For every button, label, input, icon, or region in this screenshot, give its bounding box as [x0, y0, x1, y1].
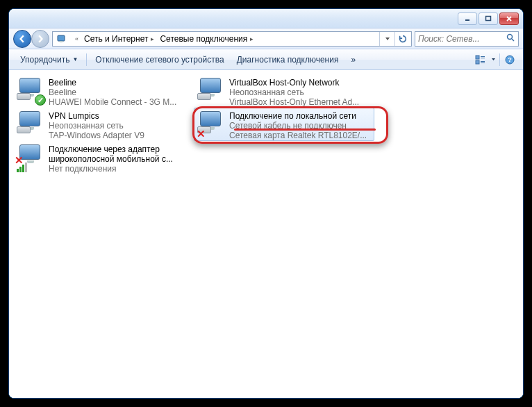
- connection-icon: ✕: [197, 110, 225, 138]
- location-icon: [56, 33, 68, 45]
- status-error-icon: ✕: [196, 129, 206, 139]
- signal-bars-icon: [17, 163, 27, 172]
- connection-name: VPN Lumpics: [49, 111, 190, 121]
- svg-rect-12: [481, 61, 485, 62]
- connection-name: Подключение по локальной сети: [229, 111, 371, 121]
- connection-item-selected[interactable]: ✕ Подключение по локальной сети Сетевой …: [194, 108, 374, 141]
- breadcrumb-label: Сеть и Интернет: [84, 34, 148, 44]
- svg-rect-13: [481, 63, 485, 63]
- svg-rect-4: [58, 35, 65, 41]
- connection-item[interactable]: ✓ Beeline Beeline HUAWEI Mobile Connect …: [13, 74, 194, 108]
- more-button[interactable]: »: [345, 53, 361, 67]
- connection-icon: ✓: [17, 76, 44, 104]
- svg-rect-9: [481, 56, 485, 57]
- address-bar: « Сеть и Интернет▸ Сетевые подключения▸: [9, 28, 523, 49]
- search-box[interactable]: [415, 31, 519, 47]
- separator: [499, 53, 500, 66]
- connection-icon: ✕: [17, 143, 44, 171]
- toolbar: Упорядочить▼ Отключение сетевого устройс…: [9, 49, 523, 70]
- connection-device: VirtualBox Host-Only Ethernet Ad...: [229, 97, 371, 107]
- search-icon: [506, 33, 515, 44]
- connection-text: Подключение по локальной сети Сетевой ка…: [229, 110, 371, 140]
- window-frame: « Сеть и Интернет▸ Сетевые подключения▸ …: [8, 8, 524, 399]
- connection-status: Beeline: [49, 88, 190, 97]
- view-button[interactable]: [473, 52, 488, 67]
- nav-buttons: [13, 30, 49, 48]
- connection-name: Подключение через адаптер широкополосной…: [49, 144, 190, 164]
- forward-button[interactable]: [31, 30, 49, 48]
- back-button[interactable]: [13, 30, 31, 48]
- disable-device-button[interactable]: Отключение сетевого устройства: [90, 53, 229, 67]
- connection-device: Сетевая карта Realtek RTL8102E/...: [229, 131, 371, 140]
- breadcrumb-item[interactable]: Сетевые подключения▸: [157, 32, 256, 46]
- connection-status: Неопознанная сеть: [49, 121, 190, 131]
- more-label: »: [351, 55, 356, 65]
- search-input[interactable]: [418, 34, 505, 44]
- disable-label: Отключение сетевого устройства: [95, 55, 224, 65]
- connection-text: VirtualBox Host-Only Network Неопознанна…: [229, 76, 371, 107]
- breadcrumb-item[interactable]: Сеть и Интернет▸: [81, 32, 157, 46]
- help-button[interactable]: ?: [502, 52, 517, 67]
- diagnose-button[interactable]: Диагностика подключения: [231, 53, 344, 67]
- diagnose-label: Диагностика подключения: [237, 55, 339, 65]
- refresh-button[interactable]: [394, 32, 410, 46]
- connection-status: Неопознанная сеть: [229, 88, 371, 97]
- svg-point-6: [508, 34, 513, 39]
- content-area: ✓ Beeline Beeline HUAWEI Mobile Connect …: [9, 70, 523, 398]
- connection-device: HUAWEI Mobile Connect - 3G M...: [49, 97, 190, 107]
- connections-list: ✓ Beeline Beeline HUAWEI Mobile Connect …: [13, 74, 519, 174]
- minimize-button[interactable]: [458, 13, 477, 25]
- connection-item[interactable]: VPN Lumpics Неопознанная сеть TAP-Window…: [13, 108, 194, 141]
- maximize-button[interactable]: [479, 13, 498, 25]
- organize-label: Упорядочить: [20, 55, 69, 65]
- titlebar: [9, 9, 523, 28]
- svg-rect-11: [476, 60, 479, 64]
- svg-line-7: [512, 39, 514, 41]
- breadcrumb-dropdown[interactable]: «: [69, 32, 81, 46]
- breadcrumb-label: Сетевые подключения: [160, 34, 247, 44]
- svg-rect-8: [476, 56, 479, 59]
- connection-name: Beeline: [49, 78, 190, 88]
- organize-button[interactable]: Упорядочить▼: [15, 53, 83, 67]
- view-dropdown[interactable]: [489, 52, 497, 67]
- connection-item[interactable]: ✕ Подключение через адаптер широкополосн…: [13, 141, 194, 174]
- connection-device: TAP-Windows Adapter V9: [49, 131, 190, 140]
- breadcrumb-bar[interactable]: « Сеть и Интернет▸ Сетевые подключения▸: [52, 31, 412, 47]
- connection-icon: [17, 110, 44, 138]
- connection-item[interactable]: VirtualBox Host-Only Network Неопознанна…: [194, 74, 374, 108]
- connection-icon: [197, 76, 225, 104]
- separator: [86, 53, 87, 66]
- connection-status: Нет подключения: [49, 164, 190, 174]
- svg-rect-10: [481, 58, 485, 58]
- connection-text: Beeline Beeline HUAWEI Mobile Connect - …: [49, 76, 190, 107]
- history-dropdown[interactable]: [379, 32, 394, 46]
- connection-status: Сетевой кабель не подключен: [229, 121, 371, 131]
- svg-text:?: ?: [508, 56, 512, 63]
- connection-name: VirtualBox Host-Only Network: [229, 78, 371, 88]
- view-controls: ?: [473, 52, 517, 67]
- close-button[interactable]: [499, 13, 519, 25]
- svg-rect-1: [486, 16, 491, 20]
- connection-text: Подключение через адаптер широкополосной…: [49, 143, 190, 174]
- status-ok-icon: ✓: [35, 94, 46, 106]
- svg-rect-5: [60, 41, 63, 42]
- connection-text: VPN Lumpics Неопознанная сеть TAP-Window…: [49, 110, 190, 140]
